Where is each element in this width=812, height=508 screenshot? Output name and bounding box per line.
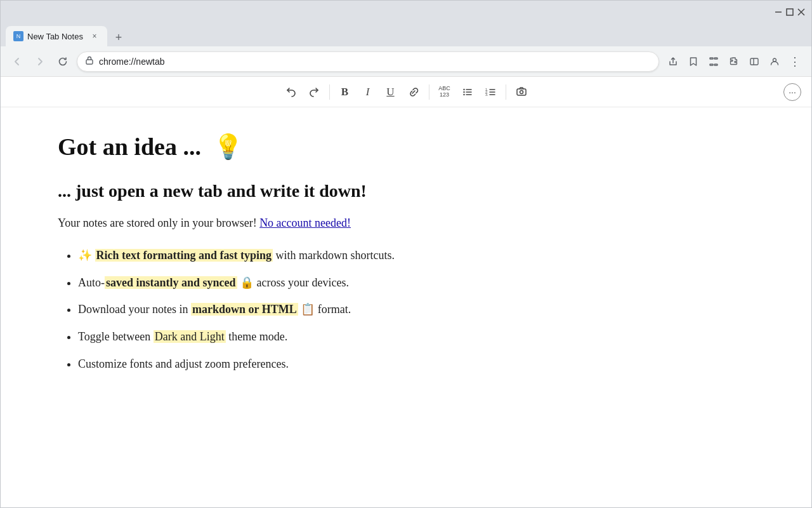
highlight-1: Rich text formatting and fast typing <box>95 249 273 262</box>
no-account-link[interactable]: No account needed! <box>259 217 351 229</box>
link-button[interactable] <box>403 82 424 102</box>
redo-button[interactable] <box>304 82 324 102</box>
title-bar <box>1 1 811 23</box>
abc-button[interactable]: ABC123 <box>435 82 455 102</box>
forward-button[interactable] <box>31 53 49 70</box>
highlight-3: markdown or HTML <box>191 303 298 316</box>
svg-point-12 <box>463 88 464 90</box>
toolbar-divider-2 <box>429 84 429 100</box>
tab-favicon: N <box>13 31 23 41</box>
omnibox-security-icon <box>85 56 94 67</box>
maximize-button[interactable] <box>785 7 795 17</box>
list-item: Customize fonts and adjust zoom preferen… <box>78 355 754 373</box>
undo-button[interactable] <box>281 82 301 102</box>
svg-rect-6 <box>714 58 717 59</box>
list-item: Download your notes in markdown or HTML … <box>78 300 754 319</box>
svg-point-14 <box>463 93 464 95</box>
svg-point-13 <box>463 91 464 92</box>
reload-button[interactable] <box>54 53 72 70</box>
main-heading: Got an idea ... 💡 <box>58 133 754 162</box>
svg-text:3.: 3. <box>485 92 488 96</box>
italic-button[interactable]: I <box>358 82 378 102</box>
address-bar: chrome://newtab ⋮ <box>1 46 811 77</box>
highlight-4: Dark and Light <box>154 330 226 343</box>
minimize-button[interactable] <box>773 7 783 17</box>
feature-list: ✨ Rich text formatting and fast typing w… <box>58 246 754 373</box>
toolbar-divider-3 <box>506 84 506 100</box>
numbered-list-button[interactable]: 1.2.3. <box>480 82 501 102</box>
close-tab-button[interactable]: × <box>89 31 100 41</box>
new-tab-button[interactable]: + <box>110 29 128 46</box>
active-tab[interactable]: N New Tab Notes × <box>6 26 107 46</box>
bullets-button[interactable] <box>457 82 478 102</box>
menu-button[interactable]: ⋮ <box>786 53 804 70</box>
svg-rect-7 <box>710 64 713 65</box>
underline-button[interactable]: U <box>381 82 401 102</box>
sidebar-button[interactable] <box>745 53 763 70</box>
omnibox-url: chrome://newtab <box>99 57 165 67</box>
screenshot-button[interactable] <box>705 53 723 70</box>
sub-heading: ... just open a new tab and write it dow… <box>58 180 754 203</box>
svg-rect-5 <box>710 58 713 59</box>
svg-rect-1 <box>787 9 793 15</box>
toolbar-divider-1 <box>329 84 330 100</box>
bookmark-button[interactable] <box>684 53 702 70</box>
tab-bar: N New Tab Notes × + <box>1 23 811 46</box>
omnibox[interactable]: chrome://newtab <box>77 51 659 72</box>
tab-title: New Tab Notes <box>27 32 86 41</box>
close-window-button[interactable] <box>796 7 806 17</box>
editor-toolbar: B I U ABC123 1.2.3. ··· <box>1 77 811 107</box>
highlight-2: saved instantly and synced <box>105 276 237 289</box>
list-item: Auto-saved instantly and synced 🔒 across… <box>78 274 754 292</box>
share-button[interactable] <box>664 53 682 70</box>
svg-point-11 <box>773 58 776 62</box>
browser-toolbar: ⋮ <box>664 53 804 70</box>
more-options-button[interactable]: ··· <box>783 83 801 101</box>
list-item: ✨ Rich text formatting and fast typing w… <box>78 246 754 265</box>
svg-rect-8 <box>714 64 717 65</box>
profile-button[interactable] <box>766 53 783 70</box>
list-item: Toggle between Dark and Light theme mode… <box>78 328 754 346</box>
intro-paragraph: Your notes are stored only in your brows… <box>58 214 754 232</box>
screenshot-tool-button[interactable] <box>511 82 532 102</box>
svg-rect-9 <box>750 58 758 65</box>
editor-area[interactable]: Got an idea ... 💡 ... just open a new ta… <box>1 107 811 507</box>
svg-rect-4 <box>86 60 93 64</box>
back-button[interactable] <box>8 53 26 70</box>
svg-rect-24 <box>517 89 526 95</box>
extensions-button[interactable] <box>725 53 743 70</box>
bold-button[interactable]: B <box>335 82 355 102</box>
svg-point-25 <box>520 90 523 93</box>
